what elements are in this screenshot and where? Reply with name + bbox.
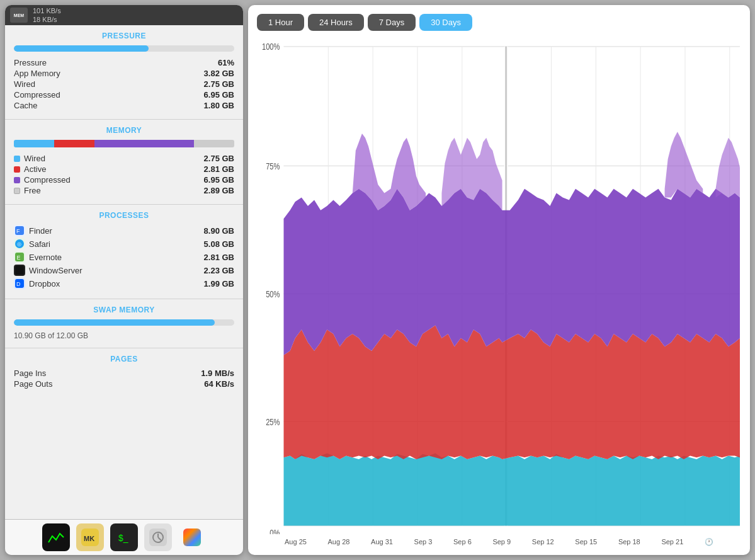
mem-bar-free [194, 140, 234, 147]
mem-bar-active [54, 140, 94, 147]
svg-text:100%: 100% [262, 42, 280, 52]
x-label-7: Sep 15 [575, 538, 597, 546]
x-labels: Aug 25 Aug 28 Aug 31 Sep 3 Sep 6 Sep 9 S… [257, 534, 741, 546]
x-label-1: Aug 28 [328, 538, 350, 546]
dock-icon-disk[interactable] [178, 523, 206, 551]
pressure-val-0: 61% [218, 58, 234, 67]
active-dot [14, 166, 20, 173]
pressure-label-2: Wired [14, 79, 35, 89]
safari-icon: ◎ [14, 238, 25, 249]
swap-section: SWAP MEMORY 10.90 GB of 12.00 GB [5, 299, 243, 348]
process-finder: F Finder 8.90 GB [14, 225, 234, 236]
swap-bar-fill [14, 319, 215, 326]
process-windowserver: WindowServer 2.23 GB [14, 265, 234, 276]
dock-icon-marker[interactable]: MK [76, 523, 104, 551]
svg-text:E: E [17, 254, 21, 261]
svg-text:75%: 75% [266, 161, 280, 171]
pages-title: PAGES [14, 355, 234, 363]
process-safari: ◎ Safari 5.08 GB [14, 238, 234, 249]
evernote-icon: E [14, 251, 25, 263]
safari-value: 5.08 GB [204, 239, 234, 249]
svg-marker-40 [283, 453, 739, 525]
btn-7days[interactable]: 7 Days [368, 14, 416, 31]
x-label-4: Sep 6 [453, 538, 472, 546]
top-bar-stats: 101 KB/s 18 KB/s [33, 6, 61, 25]
dropbox-icon: D [14, 278, 25, 289]
pressure-val-2: 2.75 GB [204, 79, 234, 89]
pressure-row-2: Wired 2.75 GB [14, 79, 234, 89]
page-outs-label: Page Outs [14, 379, 52, 389]
svg-text:$_: $_ [118, 533, 128, 543]
btn-30days[interactable]: 30 Days [419, 14, 472, 31]
page-outs-row: Page Outs 64 KB/s [14, 379, 234, 389]
finder-name: Finder [29, 226, 204, 236]
pages-section: PAGES Page Ins 1.9 MB/s Page Outs 64 KB/… [5, 348, 243, 397]
processes-title: PROCESSES [14, 211, 234, 220]
svg-rect-9 [47, 529, 65, 546]
x-label-clock: 🕐 [705, 538, 713, 546]
top-bar: MEM 101 KB/s 18 KB/s [5, 5, 243, 25]
active-label: Active [24, 164, 204, 174]
svg-text:MK: MK [84, 535, 94, 542]
x-label-9: Sep 21 [661, 538, 683, 546]
svg-rect-6 [15, 266, 24, 275]
compressed-label: Compressed [24, 175, 204, 185]
wired-value: 2.75 GB [204, 154, 234, 163]
btn-24hours[interactable]: 24 Hours [308, 14, 364, 31]
left-panel: MEM 101 KB/s 18 KB/s PRESSURE Pressure 6… [5, 5, 243, 555]
legend-free: Free 2.89 GB [14, 186, 234, 195]
svg-text:F: F [16, 228, 20, 234]
svg-text:D: D [16, 281, 21, 287]
memory-title: MEMORY [14, 126, 234, 135]
btn-1hour[interactable]: 1 Hour [257, 14, 304, 31]
x-label-2: Aug 31 [371, 538, 393, 546]
pressure-row-1: App Memory 3.82 GB [14, 69, 234, 78]
x-label-0: Aug 25 [285, 538, 307, 546]
stat1: 101 KB/s [33, 6, 61, 15]
x-label-3: Sep 3 [414, 538, 433, 546]
svg-text:◎: ◎ [17, 241, 21, 247]
x-label-6: Sep 12 [532, 538, 554, 546]
right-panel: 1 Hour 24 Hours 7 Days 30 Days 100% 75% … [248, 5, 750, 555]
dock-icon-activity[interactable] [42, 523, 70, 551]
free-label: Free [24, 186, 204, 195]
dock-icon-terminal[interactable]: $_ [110, 523, 138, 551]
mem-bar-wired [14, 140, 54, 147]
pressure-section: PRESSURE Pressure 61% App Memory 3.82 GB… [5, 25, 243, 120]
pressure-bar-fill [14, 45, 149, 52]
dropbox-value: 1.99 GB [204, 279, 234, 289]
dock: MK $_ [5, 519, 243, 555]
pressure-val-4: 1.80 GB [204, 101, 234, 110]
wired-dot [14, 156, 20, 162]
mem-label: MEM [14, 13, 24, 18]
legend-wired: Wired 2.75 GB [14, 154, 234, 163]
swap-title: SWAP MEMORY [14, 306, 234, 314]
swap-label: 10.90 GB of 12.00 GB [14, 331, 88, 340]
free-value: 2.89 GB [204, 186, 234, 195]
memory-bar [14, 140, 234, 147]
pressure-label-3: Compressed [14, 90, 60, 100]
chart-area: 100% 75% 50% 25% 0% [257, 40, 741, 546]
x-label-8: Sep 18 [618, 538, 640, 546]
pressure-row-0: Pressure 61% [14, 58, 234, 67]
safari-name: Safari [29, 239, 204, 249]
pressure-label-1: App Memory [14, 69, 60, 78]
finder-icon: F [14, 225, 25, 236]
page-ins-value: 1.9 MB/s [201, 369, 234, 378]
svg-marker-45 [665, 132, 703, 197]
pressure-label-4: Cache [14, 101, 38, 110]
evernote-value: 2.81 GB [204, 253, 234, 262]
x-label-5: Sep 9 [492, 538, 511, 546]
stat2: 18 KB/s [33, 15, 61, 24]
mem-bar-compressed [94, 140, 194, 147]
pressure-row-3: Compressed 6.95 GB [14, 90, 234, 100]
process-evernote: E Evernote 2.81 GB [14, 251, 234, 263]
pressure-val-3: 6.95 GB [204, 90, 234, 100]
svg-text:25%: 25% [266, 416, 280, 427]
dock-icon-sysinfo[interactable] [144, 523, 172, 551]
processes-section: PROCESSES F Finder 8.90 GB ◎ Safari 5.08… [5, 205, 243, 299]
compressed-value: 6.95 GB [204, 175, 234, 185]
mem-icon: MEM [10, 8, 28, 23]
chart-svg-container: 100% 75% 50% 25% 0% [257, 40, 741, 534]
main-chart-svg: 100% 75% 50% 25% 0% [257, 40, 741, 534]
